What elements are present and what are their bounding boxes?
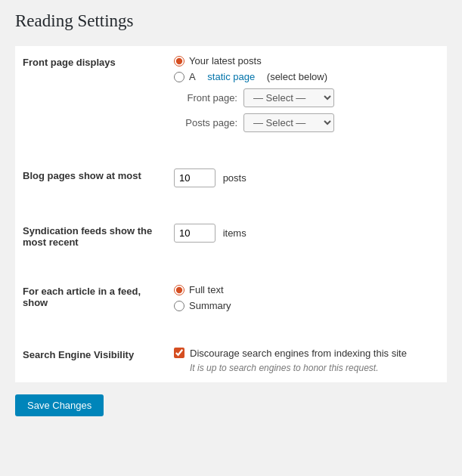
label-front-page: Front page displays	[15, 46, 166, 141]
page-wrapper: Reading Settings Front page displays You…	[0, 0, 462, 428]
field-blog-pages: posts	[166, 159, 447, 196]
field-search-engine: Discourage search engines from indexing …	[166, 338, 447, 382]
row-feed-article: For each article in a feed, show Full te…	[15, 275, 447, 320]
radio-item-full-text: Full text	[174, 284, 439, 295]
label-posts-page-select: Posts page:	[177, 117, 237, 128]
row-blog-pages: Blog pages show at most posts	[15, 159, 447, 196]
field-front-page: Your latest posts A static page (select …	[166, 46, 447, 141]
field-feed-article: Full text Summary	[166, 275, 447, 320]
checkbox-item-visibility: Discourage search engines from indexing …	[174, 348, 439, 359]
row-front-page: Front page displays Your latest posts A …	[15, 46, 447, 141]
separator-4	[15, 320, 447, 338]
separator-3	[15, 257, 447, 275]
subfield-front-page: Front page: — Select —	[177, 88, 439, 107]
radio-full-text[interactable]	[174, 285, 184, 295]
label-front-page-select: Front page:	[177, 92, 237, 104]
suffix-syndication: items	[223, 227, 247, 239]
hint-search-engine: It is up to search engines to honor this…	[190, 363, 439, 373]
radio-label-summary: Summary	[189, 300, 231, 311]
checkbox-discourage[interactable]	[174, 348, 184, 358]
separator-2	[15, 196, 447, 215]
settings-form: Front page displays Your latest posts A …	[15, 46, 447, 382]
input-blog-pages[interactable]	[174, 168, 215, 187]
label-feed-article: For each article in a feed, show	[15, 275, 166, 320]
save-button[interactable]: Save Changes	[15, 394, 104, 416]
select-front-page[interactable]: — Select —	[243, 88, 334, 107]
row-search-engine: Search Engine Visibility Discourage sear…	[15, 338, 447, 382]
subfield-posts-page: Posts page: — Select —	[177, 113, 439, 132]
select-posts-page[interactable]: — Select —	[243, 113, 334, 132]
label-search-engine: Search Engine Visibility	[15, 338, 166, 382]
checkbox-label-discourage: Discourage search engines from indexing …	[190, 348, 407, 359]
radio-item-summary: Summary	[174, 300, 439, 311]
radio-latest-posts[interactable]	[174, 56, 184, 66]
radio-label-static-page-suffix: (select below)	[267, 71, 327, 82]
suffix-blog-pages: posts	[223, 172, 247, 184]
field-syndication: items	[166, 215, 447, 257]
radio-item-static-page: A static page (select below)	[174, 71, 439, 82]
radio-label-static-page-a: A	[189, 71, 196, 82]
radio-label-full-text: Full text	[189, 284, 224, 295]
static-page-link[interactable]: static page	[207, 71, 255, 82]
radio-item-latest-posts: Your latest posts	[174, 55, 439, 66]
row-syndication-feeds: Syndication feeds show the most recent i…	[15, 215, 447, 257]
radio-group-front-page: Your latest posts A static page (select …	[174, 55, 439, 82]
label-blog-pages: Blog pages show at most	[15, 159, 166, 196]
radio-label-latest-posts: Your latest posts	[189, 55, 262, 66]
radio-group-feed: Full text Summary	[174, 284, 439, 311]
radio-static-page[interactable]	[174, 72, 184, 82]
separator-1	[15, 141, 447, 159]
label-syndication: Syndication feeds show the most recent	[15, 215, 166, 257]
page-title: Reading Settings	[15, 11, 447, 31]
radio-summary[interactable]	[174, 301, 184, 311]
input-syndication[interactable]	[174, 224, 215, 243]
